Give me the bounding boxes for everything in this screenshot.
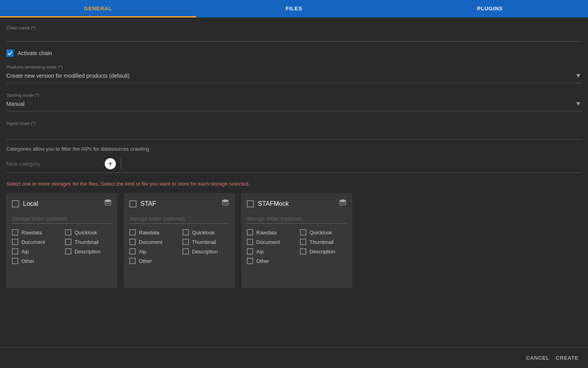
- ingest-chain-group: Ingest chain (*): [6, 121, 582, 140]
- ingest-chain-input[interactable]: [6, 127, 582, 137]
- storage-card-stafmock: STAFMock RawdataQuicklookDocumentThumbna…: [241, 193, 352, 288]
- file-type-checkbox-staf-thumbnail[interactable]: [183, 239, 189, 245]
- add-category-button[interactable]: +: [105, 158, 116, 169]
- file-type-checkbox-stafmock-rawdata[interactable]: [247, 229, 253, 236]
- file-type-label-staf-thumbnail: Thumbnail: [192, 239, 216, 245]
- storage-checkbox-stafmock[interactable]: [247, 200, 254, 207]
- svg-point-1: [222, 199, 229, 202]
- file-type-row-local-quicklook: Quicklook: [65, 229, 112, 236]
- file-type-label-staf-rawdata: Rawdata: [139, 230, 159, 236]
- file-type-checkbox-local-quicklook[interactable]: [65, 229, 71, 236]
- file-type-checkbox-local-other[interactable]: [12, 258, 18, 264]
- file-type-checkbox-local-aip[interactable]: [12, 248, 18, 255]
- file-type-checkbox-local-thumbnail[interactable]: [65, 239, 71, 245]
- create-button[interactable]: CREATE: [556, 355, 578, 361]
- file-type-checkbox-staf-description[interactable]: [183, 248, 189, 255]
- file-type-checkbox-stafmock-other[interactable]: [247, 258, 253, 264]
- database-icon: [221, 199, 229, 209]
- database-icon: [104, 199, 112, 209]
- storage-title-local: Local: [23, 200, 100, 207]
- card-header-stafmock: STAFMock: [247, 199, 347, 209]
- storage-folder-input-stafmock[interactable]: [247, 214, 347, 224]
- file-type-row-stafmock-document: Document: [247, 239, 294, 245]
- file-type-row-stafmock-quicklook: Quicklook: [300, 229, 347, 236]
- file-type-checkbox-stafmock-thumbnail[interactable]: [300, 239, 306, 245]
- categories-info: Categories allow you to filter the AIPs …: [6, 146, 582, 152]
- file-type-label-local-document: Document: [21, 239, 45, 245]
- file-type-label-local-rawdata: Rawdata: [21, 230, 42, 236]
- file-type-checkbox-stafmock-aip[interactable]: [247, 248, 253, 255]
- file-type-label-local-aip: Aip: [21, 249, 29, 255]
- file-type-row-local-rawdata: Rawdata: [12, 229, 59, 236]
- file-type-checkbox-local-description[interactable]: [65, 248, 71, 255]
- chain-name-input[interactable]: [6, 32, 582, 42]
- svg-point-2: [340, 199, 346, 202]
- file-type-label-stafmock-aip: Aip: [256, 249, 264, 255]
- file-type-label-local-other: Other: [21, 258, 35, 264]
- file-type-row-staf-rawdata: Rawdata: [129, 229, 176, 236]
- select-storage-info: Select one or more storages for the file…: [6, 181, 582, 187]
- file-type-checkbox-local-rawdata[interactable]: [12, 229, 18, 236]
- starting-mode-arrow[interactable]: ▾: [576, 99, 580, 108]
- file-type-row-staf-aip: Aip: [129, 248, 176, 255]
- versioning-mode-group: Products versioning mode (*) Create new …: [6, 65, 582, 83]
- file-type-row-local-document: Document: [12, 239, 59, 245]
- main-content: Chain name (*) Activate chain Products v…: [0, 17, 588, 368]
- file-type-row-staf-quicklook: Quicklook: [183, 229, 229, 236]
- file-type-label-staf-description: Description: [192, 249, 218, 255]
- file-type-row-stafmock-aip: Aip: [247, 248, 294, 255]
- cancel-button[interactable]: CANCEL: [526, 355, 550, 361]
- storage-folder-input-staf[interactable]: [129, 214, 229, 224]
- activate-chain-row: Activate chain: [6, 50, 582, 57]
- file-type-row-stafmock-other: Other: [247, 258, 294, 264]
- file-type-checkbox-local-document[interactable]: [12, 239, 18, 245]
- file-type-label-stafmock-rawdata: Rawdata: [256, 230, 277, 236]
- storage-checkbox-staf[interactable]: [129, 200, 136, 207]
- file-type-label-local-thumbnail: Thumbnail: [75, 239, 99, 245]
- checkmark-icon: [7, 50, 13, 56]
- file-type-row-local-other: Other: [12, 258, 59, 264]
- file-type-label-stafmock-other: Other: [256, 258, 269, 264]
- storage-checkbox-local[interactable]: [12, 200, 19, 207]
- activate-chain-label: Activate chain: [17, 50, 52, 56]
- file-type-label-stafmock-thumbnail: Thumbnail: [309, 239, 334, 245]
- file-type-checkbox-stafmock-document[interactable]: [247, 239, 253, 245]
- chain-name-group: Chain name (*): [6, 25, 582, 42]
- file-type-checkbox-staf-aip[interactable]: [129, 248, 136, 255]
- storage-title-stafmock: STAFMock: [258, 200, 335, 207]
- file-type-checkbox-staf-rawdata[interactable]: [129, 229, 136, 236]
- file-types-grid-stafmock: RawdataQuicklookDocumentThumbnailAipDesc…: [247, 229, 347, 264]
- file-type-row-stafmock-thumbnail: Thumbnail: [300, 239, 347, 245]
- card-header-local: Local: [12, 199, 112, 209]
- category-divider: [121, 158, 121, 169]
- versioning-mode-arrow[interactable]: ▾: [576, 71, 580, 80]
- file-type-label-stafmock-quicklook: Quicklook: [309, 230, 332, 236]
- versioning-mode-label: Products versioning mode (*): [6, 65, 582, 69]
- file-type-checkbox-stafmock-description[interactable]: [300, 248, 306, 255]
- file-type-row-staf-thumbnail: Thumbnail: [183, 239, 229, 245]
- file-type-checkbox-staf-document[interactable]: [129, 239, 136, 245]
- file-type-checkbox-staf-quicklook[interactable]: [183, 229, 189, 236]
- file-type-checkbox-stafmock-quicklook[interactable]: [300, 229, 306, 236]
- file-type-label-stafmock-description: Description: [309, 249, 335, 255]
- file-type-checkbox-staf-other[interactable]: [129, 258, 136, 264]
- chain-name-label: Chain name (*): [6, 25, 582, 30]
- file-type-row-stafmock-description: Description: [300, 248, 347, 255]
- file-type-label-local-description: Description: [75, 249, 100, 255]
- file-type-label-staf-document: Document: [139, 239, 162, 245]
- tab-files[interactable]: FILES: [196, 0, 392, 17]
- svg-point-0: [105, 199, 111, 202]
- footer: CANCEL CREATE: [0, 347, 588, 368]
- tab-plugins[interactable]: PLUGINS: [392, 0, 588, 17]
- tab-general[interactable]: GENERAL: [0, 0, 196, 17]
- versioning-mode-value: Create new version for modified products…: [6, 71, 582, 80]
- file-type-label-staf-quicklook: Quicklook: [192, 230, 215, 236]
- file-type-label-staf-aip: Aip: [139, 249, 146, 255]
- ingest-chain-label: Ingest chain (*): [6, 121, 582, 126]
- activate-chain-checkbox[interactable]: [6, 50, 13, 57]
- storage-folder-input-local[interactable]: [12, 214, 112, 224]
- file-type-row-stafmock-rawdata: Rawdata: [247, 229, 294, 236]
- card-header-staf: STAF: [129, 199, 229, 209]
- new-category-input[interactable]: [6, 161, 102, 167]
- header-tabs: GENERAL FILES PLUGINS: [0, 0, 588, 17]
